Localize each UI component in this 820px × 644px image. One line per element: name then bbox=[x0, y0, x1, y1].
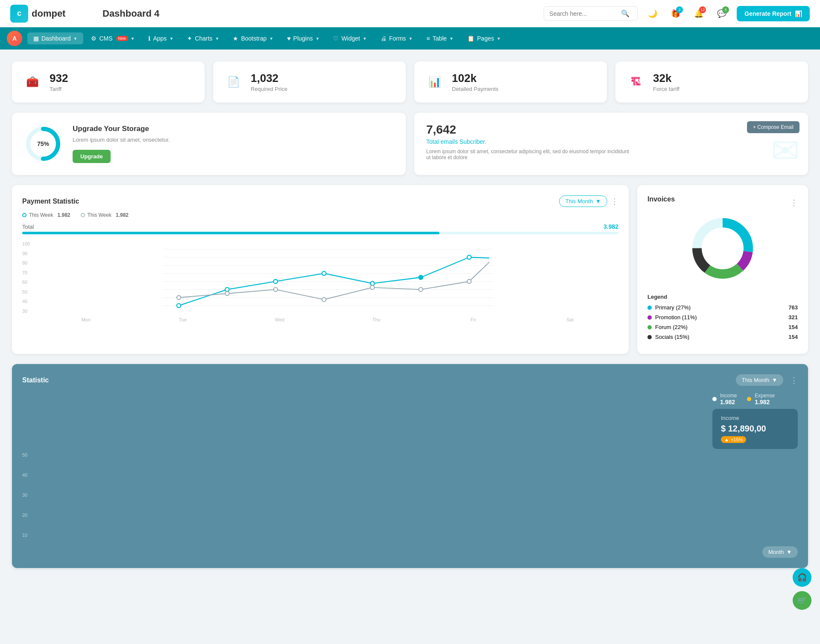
storage-card: 75% Upgrade Your Storage Lorem ipsum dol… bbox=[12, 113, 406, 175]
y-label-90: 90 bbox=[22, 251, 30, 256]
statistic-bar-chart: 50 40 30 20 10 bbox=[22, 456, 798, 541]
page-title: Dashboard 4 bbox=[102, 8, 537, 19]
stat-y-40: 40 bbox=[22, 472, 27, 478]
gift-badge: 2 bbox=[676, 6, 683, 13]
statistic-more-icon[interactable]: ⋮ bbox=[790, 376, 798, 385]
main-content: 🧰 932 Tariff 📄 1,032 Required Price 📊 10… bbox=[0, 50, 820, 580]
topbar-icons: 🌙 🎁 2 🔔 12 💬 5 Generate Report 📊 bbox=[644, 6, 810, 22]
upgrade-button[interactable]: Upgrade bbox=[73, 150, 111, 163]
generate-report-button[interactable]: Generate Report 📊 bbox=[737, 6, 810, 21]
chevron-down-icon-bootstrap: ▼ bbox=[269, 36, 273, 41]
logo-area: c dompet bbox=[10, 5, 79, 23]
search-input[interactable] bbox=[549, 10, 618, 17]
chevron-down-icon-cms: ▼ bbox=[131, 36, 135, 41]
svg-point-12 bbox=[274, 280, 278, 283]
support-button[interactable]: 🎧 bbox=[793, 568, 811, 587]
nav-label-forms: Forms bbox=[389, 35, 406, 42]
y-label-80: 80 bbox=[22, 260, 30, 265]
nav-label-cms: CMS bbox=[99, 35, 112, 42]
total-value: 3.982 bbox=[603, 223, 618, 230]
legend-section-title: Legend bbox=[647, 294, 798, 300]
invoices-more-icon[interactable]: ⋮ bbox=[790, 198, 798, 207]
legend-dot-0 bbox=[22, 213, 26, 217]
stat-y-20: 20 bbox=[22, 513, 27, 518]
payment-filter-button[interactable]: This Month ▼ bbox=[559, 195, 607, 207]
nav-item-dashboard[interactable]: ▦ Dashboard ▼ bbox=[27, 32, 83, 44]
chat-btn[interactable]: 💬 5 bbox=[714, 6, 730, 22]
tariff-icon: 🧰 bbox=[22, 72, 43, 92]
payment-more-icon[interactable]: ⋮ bbox=[611, 197, 618, 206]
statistic-filter-button[interactable]: This Month ▼ bbox=[736, 374, 783, 386]
moon-toggle[interactable]: 🌙 bbox=[644, 6, 661, 22]
storage-info: Upgrade Your Storage Lorem ipsum dolor s… bbox=[73, 125, 170, 163]
payment-filter: This Month ▼ ⋮ bbox=[559, 195, 618, 207]
svg-point-17 bbox=[177, 296, 181, 300]
stat-card-force-tariff: 🏗 32k Force tariff bbox=[615, 61, 808, 102]
required-price-label: Required Price bbox=[251, 86, 287, 92]
nav: A ▦ Dashboard ▼ ⚙ CMS New ▼ ℹ Apps ▼ ✦ C… bbox=[0, 27, 820, 50]
arrow-up-icon: ▲ bbox=[724, 437, 729, 442]
nav-item-apps[interactable]: ℹ Apps ▼ bbox=[142, 32, 179, 44]
inv-label-promotion: Promotion (11%) bbox=[655, 314, 697, 321]
tariff-value: 932 bbox=[50, 72, 68, 85]
nav-item-bootstrap[interactable]: ★ Bootstrap ▼ bbox=[227, 32, 279, 44]
legend-label-1: This Week bbox=[88, 212, 111, 218]
headset-icon: 🎧 bbox=[797, 573, 807, 582]
payments-label: Detalled Payments bbox=[452, 86, 498, 92]
chevron-down-icon-pages: ▼ bbox=[497, 36, 501, 41]
inv-legend-socials: Socials (15%) 154 bbox=[647, 334, 798, 340]
stat-cards: 🧰 932 Tariff 📄 1,032 Required Price 📊 10… bbox=[12, 61, 808, 102]
nav-item-cms[interactable]: ⚙ CMS New ▼ bbox=[85, 32, 141, 44]
nav-item-plugins[interactable]: ♥ Plugins ▼ bbox=[281, 32, 325, 44]
nav-item-pages[interactable]: 📋 Pages ▼ bbox=[461, 32, 507, 44]
x-label-wed: Wed bbox=[231, 317, 328, 322]
month-filter-button[interactable]: Month ▼ bbox=[762, 546, 798, 558]
inv-legend-primary: Primary (27%) 763 bbox=[647, 304, 798, 311]
expense-legend-item: Expense 1.982 bbox=[747, 393, 775, 405]
payment-legend: This Week 1.982 This Week 1.982 bbox=[22, 212, 618, 218]
pages-icon: 📋 bbox=[467, 35, 474, 42]
x-label-sat: Sat bbox=[521, 317, 618, 322]
payment-progress-bar bbox=[22, 232, 618, 234]
month-selector-area: Month ▼ bbox=[22, 546, 798, 558]
payment-invoices-row: Payment Statistic This Month ▼ ⋮ This We… bbox=[12, 185, 808, 354]
svg-point-18 bbox=[225, 291, 229, 295]
chevron-down-icon-charts: ▼ bbox=[215, 36, 220, 41]
expense-label: Expense bbox=[755, 393, 775, 399]
table-icon: ≡ bbox=[426, 35, 430, 42]
tariff-info: 932 Tariff bbox=[50, 72, 68, 92]
inv-val-promotion: 321 bbox=[788, 314, 798, 321]
inv-label-primary: Primary (27%) bbox=[655, 304, 691, 311]
email-card: + Compose Email 7,642 Total emails Subcr… bbox=[414, 113, 808, 175]
inv-dot-forum bbox=[647, 325, 652, 329]
cart-button[interactable]: 🛒 bbox=[793, 591, 811, 610]
payment-progress-fill bbox=[22, 232, 439, 234]
nav-item-forms[interactable]: 🖨 Forms ▼ bbox=[375, 32, 419, 44]
gift-btn[interactable]: 🎁 2 bbox=[668, 6, 684, 22]
month-filter-label: Month bbox=[768, 549, 784, 555]
bell-btn[interactable]: 🔔 12 bbox=[691, 6, 707, 22]
stat-y-30: 30 bbox=[22, 492, 27, 498]
nav-label-dashboard: Dashboard bbox=[41, 35, 71, 42]
nav-item-widget[interactable]: ♡ Widget ▼ bbox=[327, 32, 372, 44]
x-label-thu: Thu bbox=[328, 317, 425, 322]
line-chart-area: 100 90 80 70 60 50 40 30 bbox=[22, 241, 618, 322]
nav-label-pages: Pages bbox=[477, 35, 494, 42]
stat-y-10: 10 bbox=[22, 533, 27, 538]
cms-icon: ⚙ bbox=[91, 35, 97, 42]
statistic-title: Statistic bbox=[22, 376, 49, 384]
search-box[interactable]: 🔍 bbox=[544, 6, 638, 20]
cms-new-badge: New bbox=[116, 36, 128, 41]
nav-item-table[interactable]: ≡ Table ▼ bbox=[420, 32, 460, 44]
search-icon[interactable]: 🔍 bbox=[621, 9, 630, 17]
income-box-label: Income bbox=[721, 415, 789, 421]
bar-groups-container bbox=[33, 457, 798, 538]
bootstrap-icon: ★ bbox=[233, 35, 238, 42]
invoices-card: Invoices ⋮ Leg bbox=[637, 185, 808, 354]
income-value: 1.982 bbox=[720, 399, 737, 405]
svg-point-23 bbox=[467, 280, 471, 283]
force-tariff-value: 32k bbox=[653, 72, 679, 85]
chart-icon: 📊 bbox=[795, 10, 802, 17]
nav-item-charts[interactable]: ✦ Charts ▼ bbox=[181, 32, 225, 44]
inv-val-primary: 763 bbox=[788, 304, 798, 311]
